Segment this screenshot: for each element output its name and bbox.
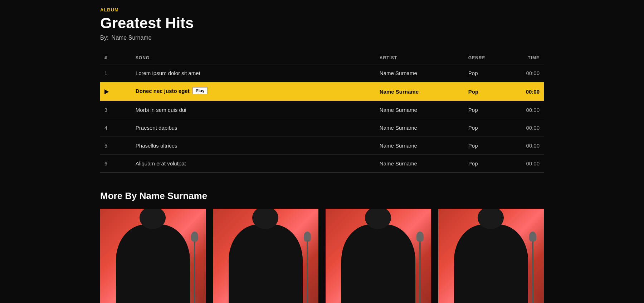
table-row[interactable]: 3Morbi in sem quis duiName SurnamePop00:… xyxy=(100,101,544,119)
play-tooltip[interactable]: Play xyxy=(192,87,208,94)
album-title: Greatest Hits xyxy=(100,15,544,32)
col-header-time: TIME xyxy=(508,52,544,64)
more-section: More By Name Surname xyxy=(100,190,544,303)
album-label: ALBUM xyxy=(100,7,544,13)
table-row[interactable]: Donec nec justo egetPlayName SurnamePop0… xyxy=(100,82,544,101)
track-artist: Name Surname xyxy=(375,101,464,119)
album-artist-line: By: Name Surname xyxy=(100,35,544,41)
table-header-row: # SONG ARTIST GENRE TIME xyxy=(100,52,544,64)
track-num: 3 xyxy=(100,101,131,119)
track-artist: Name Surname xyxy=(375,82,464,101)
track-song[interactable]: Donec nec justo egetPlay xyxy=(131,82,375,101)
track-time: 00:00 xyxy=(508,82,544,101)
table-row[interactable]: 1Lorem ipsum dolor sit ametName SurnameP… xyxy=(100,64,544,82)
artist-name: Name Surname xyxy=(112,35,152,41)
track-song[interactable]: Praesent dapibus xyxy=(131,119,375,137)
track-song[interactable]: Morbi in sem quis dui xyxy=(131,101,375,119)
col-header-artist: ARTIST xyxy=(375,52,464,64)
album-card-4[interactable] xyxy=(438,209,544,303)
col-header-genre: GENRE xyxy=(464,52,508,64)
play-icon xyxy=(104,89,109,94)
album-card-3[interactable] xyxy=(326,209,431,303)
album-header: ALBUM Greatest Hits By: Name Surname xyxy=(100,7,544,41)
col-header-num: # xyxy=(100,52,131,64)
track-num: 5 xyxy=(100,137,131,155)
track-num: 1 xyxy=(100,64,131,82)
table-row[interactable]: 6Aliquam erat volutpatName SurnamePop00:… xyxy=(100,155,544,173)
track-genre: Pop xyxy=(464,155,508,173)
col-header-song: SONG xyxy=(131,52,375,64)
track-num: 6 xyxy=(100,155,131,173)
track-song[interactable]: Phasellus ultrices xyxy=(131,137,375,155)
track-time: 00:00 xyxy=(508,101,544,119)
album-card-2[interactable] xyxy=(213,209,318,303)
track-song[interactable]: Aliquam erat volutpat xyxy=(131,155,375,173)
by-prefix: By: xyxy=(100,35,108,41)
track-artist: Name Surname xyxy=(375,155,464,173)
table-row[interactable]: 5Phasellus ultricesName SurnamePop00:00 xyxy=(100,137,544,155)
track-genre: Pop xyxy=(464,137,508,155)
track-artist: Name Surname xyxy=(375,64,464,82)
track-genre: Pop xyxy=(464,101,508,119)
track-artist: Name Surname xyxy=(375,137,464,155)
track-time: 00:00 xyxy=(508,64,544,82)
track-song[interactable]: Lorem ipsum dolor sit amet xyxy=(131,64,375,82)
page-container: ALBUM Greatest Hits By: Name Surname # S… xyxy=(0,0,644,303)
track-num: 4 xyxy=(100,119,131,137)
table-row[interactable]: 4Praesent dapibusName SurnamePop00:00 xyxy=(100,119,544,137)
track-genre: Pop xyxy=(464,119,508,137)
album-grid xyxy=(100,209,544,303)
track-table: # SONG ARTIST GENRE TIME 1Lorem ipsum do… xyxy=(100,52,544,173)
track-num xyxy=(100,82,131,101)
track-genre: Pop xyxy=(464,82,508,101)
track-artist: Name Surname xyxy=(375,119,464,137)
album-card-1[interactable] xyxy=(100,209,206,303)
track-time: 00:00 xyxy=(508,155,544,173)
more-section-title: More By Name Surname xyxy=(100,190,544,202)
track-time: 00:00 xyxy=(508,137,544,155)
track-time: 00:00 xyxy=(508,119,544,137)
track-genre: Pop xyxy=(464,64,508,82)
